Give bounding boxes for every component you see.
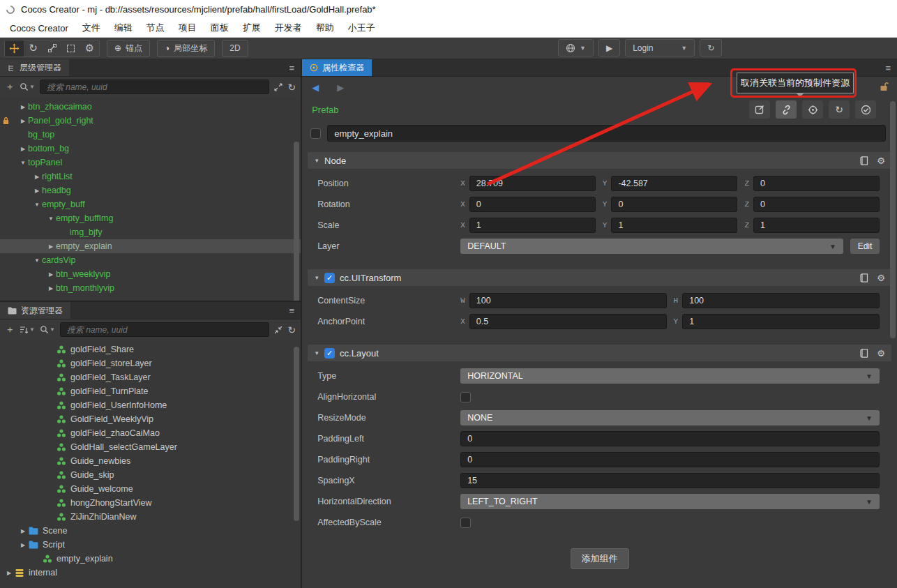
platform-globe-button[interactable]: ▼	[558, 39, 594, 56]
affected-by-scale-checkbox[interactable]	[460, 518, 471, 528]
padding-right-input[interactable]	[460, 452, 880, 467]
gear-icon[interactable]: ⚙	[877, 273, 885, 283]
asset-item[interactable]: Scene	[0, 524, 301, 538]
tree-node[interactable]: headbg	[0, 183, 301, 197]
assets-scrollbar[interactable]	[294, 347, 299, 521]
gear-icon[interactable]: ⚙	[877, 156, 885, 166]
position-x-input[interactable]	[469, 176, 596, 191]
unlink-prefab-button[interactable]	[776, 100, 797, 119]
spacing-x-input[interactable]	[460, 473, 880, 488]
expand-arrow[interactable]	[46, 285, 56, 292]
hierarchy-menu-icon[interactable]: ≡	[289, 63, 295, 73]
anchorpoint-x-input[interactable]	[469, 314, 667, 329]
expand-arrow[interactable]	[46, 271, 56, 278]
tree-node[interactable]: empty_buff	[0, 197, 301, 211]
scale-x-input[interactable]	[469, 218, 596, 233]
tab-assets[interactable]: 资源管理器	[0, 302, 70, 319]
layout-enabled-checkbox[interactable]: ✓	[324, 348, 335, 359]
menu-item[interactable]: Cocos Creator	[3, 19, 75, 37]
asset-item[interactable]: goldField_TaskLayer	[0, 370, 301, 384]
asset-item[interactable]: Guide_skip	[0, 468, 301, 482]
refresh-icon[interactable]: ↻	[287, 324, 296, 336]
asset-item[interactable]: goldField_TurnPlate	[0, 384, 301, 398]
node-name-input[interactable]	[327, 125, 886, 142]
asset-item[interactable]: hongZhongStartView	[0, 496, 301, 510]
tree-node[interactable]: cardsVip	[0, 253, 301, 267]
rotation-y-input[interactable]	[611, 197, 737, 212]
docs-icon[interactable]	[860, 273, 868, 282]
menu-item[interactable]: 节点	[140, 19, 172, 37]
play-button[interactable]: ▶	[598, 39, 620, 56]
local-coordinates-toggle-button[interactable]: ◑ 局部坐标	[157, 40, 215, 57]
rotation-z-input[interactable]	[753, 197, 880, 212]
horizontal-direction-dropdown[interactable]: LEFT_TO_RIGHT ▼	[460, 494, 880, 509]
tree-node[interactable]: img_bjfy	[0, 225, 301, 239]
tree-node[interactable]: empty_explain	[0, 239, 301, 253]
layer-dropdown[interactable]: DEFAULT ▼	[460, 239, 843, 254]
refresh-button[interactable]: ↻	[700, 39, 722, 56]
menu-item[interactable]: 项目	[172, 19, 204, 37]
scale-tool-button[interactable]	[43, 40, 61, 57]
asset-item[interactable]: goldField_UserInfoHome	[0, 398, 301, 412]
expand-arrow[interactable]	[46, 216, 56, 222]
anchorpoint-y-input[interactable]	[682, 314, 880, 329]
rotation-x-input[interactable]	[469, 197, 596, 212]
expand-arrow[interactable]	[18, 146, 28, 152]
scale-y-input[interactable]	[611, 218, 737, 233]
expand-arrow[interactable]	[18, 528, 28, 534]
resize-mode-dropdown[interactable]: NONE ▼	[460, 410, 880, 425]
edit-prefab-button[interactable]	[749, 100, 770, 119]
apply-prefab-button[interactable]	[855, 100, 876, 119]
uitransform-enabled-checkbox[interactable]: ✓	[324, 273, 335, 283]
anchor-toggle-button[interactable]: ⊕ 锚点	[107, 40, 150, 57]
tree-node[interactable]: Panel_gold_right	[0, 114, 301, 128]
expand-arrow[interactable]	[32, 188, 42, 194]
menu-item[interactable]: 编辑	[107, 19, 140, 37]
contentsize-h-input[interactable]	[682, 293, 880, 308]
scene-select-dropdown[interactable]: Login ▼	[625, 39, 695, 56]
search-filter-button[interactable]: ▼	[20, 82, 35, 91]
gear-icon[interactable]: ⚙	[877, 348, 885, 359]
padding-left-input[interactable]	[460, 431, 880, 446]
node-active-checkbox[interactable]	[310, 128, 321, 139]
2d-3d-toggle-button[interactable]: 2D	[222, 40, 248, 57]
asset-item[interactable]: goldField_zhaoCaiMao	[0, 426, 301, 440]
inspector-menu-icon[interactable]: ≡	[885, 63, 891, 73]
asset-item[interactable]: goldField_Share	[0, 342, 301, 356]
layout-section-header[interactable]: ▼ ✓ cc.Layout ⚙	[308, 345, 891, 361]
assets-search-input[interactable]	[60, 322, 270, 337]
asset-item[interactable]: Script	[0, 538, 301, 552]
gizmo-settings-button[interactable]: ⚙	[80, 40, 99, 57]
expand-all-button[interactable]	[274, 83, 282, 91]
tree-node[interactable]: btn_monthlyvip	[0, 281, 301, 295]
history-back-icon[interactable]: ◀	[312, 82, 319, 93]
unlock-icon[interactable]	[880, 82, 889, 91]
position-z-input[interactable]	[753, 176, 880, 191]
locate-prefab-button[interactable]	[802, 100, 823, 119]
asset-item[interactable]: Guide_newbies	[0, 454, 301, 468]
layer-edit-button[interactable]: Edit	[850, 239, 880, 254]
tree-node[interactable]: rightList	[0, 169, 301, 183]
menu-item[interactable]: 扩展	[236, 19, 268, 37]
add-component-button[interactable]: 添加组件	[571, 548, 629, 569]
tab-hierarchy[interactable]: 层级管理器	[0, 59, 69, 76]
rotate-tool-button[interactable]: ↻	[24, 40, 43, 57]
asset-item[interactable]: GoldHall_selectGameLayer	[0, 440, 301, 454]
layout-type-dropdown[interactable]: HORIZONTAL ▼	[460, 368, 880, 384]
tab-inspector[interactable]: 属性检查器	[302, 59, 372, 76]
menu-item[interactable]: 开发者	[268, 19, 309, 37]
tree-node[interactable]: bg_top	[0, 128, 301, 142]
asset-item[interactable]: GoldField_WeeklyVip	[0, 412, 301, 426]
create-asset-button[interactable]: ＋	[5, 324, 15, 336]
hierarchy-search-input[interactable]	[40, 80, 270, 94]
menu-item[interactable]: 小王子	[341, 19, 382, 37]
expand-arrow[interactable]	[18, 160, 28, 166]
scale-z-input[interactable]	[753, 218, 880, 233]
tree-node[interactable]: topPanel	[0, 156, 301, 169]
expand-arrow[interactable]	[32, 174, 42, 180]
create-node-button[interactable]: ＋	[5, 81, 15, 93]
expand-arrow[interactable]	[18, 542, 28, 548]
tree-node[interactable]: btn_weeklyvip	[0, 267, 301, 281]
expand-arrow[interactable]	[32, 257, 42, 264]
asset-item[interactable]: internal	[0, 566, 301, 580]
